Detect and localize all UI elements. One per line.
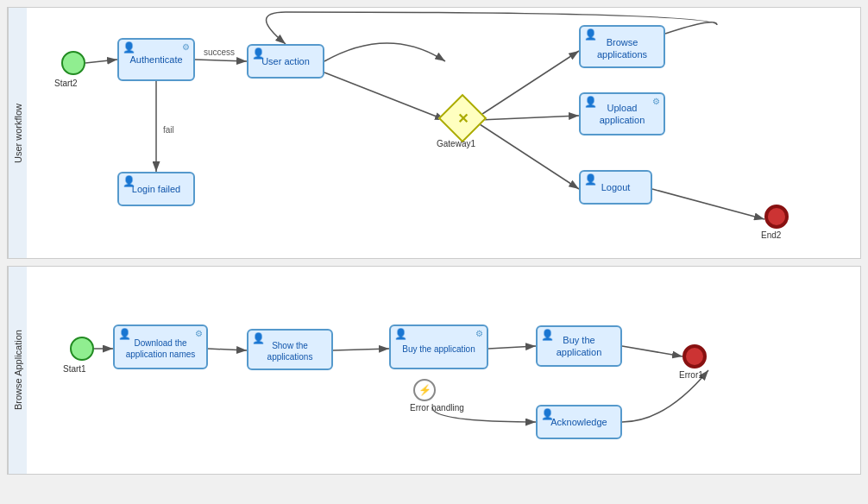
person-icon-4: 👤 [584,96,597,110]
svg-line-8 [480,116,579,120]
error1-circle: ⚡ [413,379,436,401]
end2-label: End2 [761,230,781,240]
gateway1-x: ✕ [457,110,469,127]
start2-circle [61,51,85,75]
user-action-node[interactable]: 👤 User action [247,44,324,79]
gear-icon: ⚙ [182,41,190,53]
svg-text:success: success [204,47,235,57]
browse-application-lane: Browse Application Start1 👤 ⚙ [7,266,861,475]
svg-line-7 [480,51,579,116]
user-workflow-lane: User workflow success [7,7,861,259]
gateway1-label: Gateway1 [437,139,475,148]
end1-label: Error1 [679,370,703,380]
gear-icon-4: ⚙ [475,328,483,339]
end2-node: End2 [764,205,789,229]
error-handling-node[interactable]: 👤 Acknowledge [536,405,622,439]
browse-apps-label: Browseapplications [597,36,647,61]
end2-circle [764,205,789,229]
error1-label: Error handling [410,403,464,413]
gear-icon-3: ⚙ [195,328,203,339]
gateway1-node: ✕ Gateway1 [445,101,480,135]
download-names-node[interactable]: 👤 ⚙ Download theapplication names [113,324,208,369]
browse-application-content: Start1 👤 ⚙ Download theapplication names… [27,267,860,474]
acknowledge-node[interactable]: 👤 Buy the application [536,325,622,367]
person-icon-3: 👤 [584,28,597,42]
logout-node[interactable]: 👤 Logout [579,170,652,205]
logout-label: Logout [601,181,631,193]
person-icon-5: 👤 [584,173,597,187]
start1-node: Start1 [70,337,94,361]
show-apps-label: Show theapplications [267,340,313,362]
start1-label: Start1 [63,364,86,374]
buy-app-label: Buy the application [402,343,475,355]
svg-line-6 [324,72,445,120]
authenticate-label: Authenticate [129,54,182,66]
person-icon-8: 👤 [252,332,265,346]
user-workflow-label: User workflow [8,8,27,258]
browse-apps-node[interactable]: 👤 Browseapplications [579,25,665,68]
svg-line-4 [195,60,247,61]
gateway1-diamond: ✕ [438,94,487,143]
login-failed-label: Login failed [132,183,180,195]
error-handling-label: Acknowledge [550,416,607,428]
start2-node: Start2 [61,51,85,75]
start1-circle [70,337,94,361]
show-apps-node[interactable]: 👤 Show theapplications [247,329,333,370]
svg-line-15 [333,349,389,350]
svg-line-16 [488,346,536,349]
person-icon-10: 👤 [541,329,554,343]
svg-text:fail: fail [163,125,174,135]
start2-label: Start2 [54,79,78,88]
svg-line-9 [480,124,579,189]
svg-line-14 [208,349,247,350]
person-icon-2: 👤 [252,47,265,61]
browse-application-arrows [27,267,860,474]
person-icon: 👤 [123,41,135,55]
download-names-label: Download theapplication names [126,337,196,360]
person-icon-6: 👤 [123,175,135,189]
person-icon-9: 👤 [394,328,407,342]
person-icon-11: 👤 [541,408,554,422]
authenticate-node[interactable]: 👤 ⚙ Authenticate [117,38,195,81]
error1-node: ⚡ Error handling [413,379,436,401]
login-failed-node[interactable]: 👤 Login failed [117,172,195,206]
gear-icon-2: ⚙ [652,96,660,107]
svg-line-17 [622,346,682,356]
end1-node: Error1 [682,344,707,369]
svg-line-3 [85,60,117,63]
user-action-label: User action [261,55,310,67]
end1-circle [682,344,707,369]
svg-line-12 [652,189,764,219]
upload-app-node[interactable]: 👤 ⚙ Upload application [579,92,665,135]
error1-icon: ⚡ [418,384,431,396]
user-workflow-content: success fail Start2 👤 [27,8,860,258]
browse-application-label: Browse Application [8,267,27,474]
buy-app-node[interactable]: 👤 ⚙ Buy the application [389,324,488,369]
person-icon-7: 👤 [118,328,131,342]
